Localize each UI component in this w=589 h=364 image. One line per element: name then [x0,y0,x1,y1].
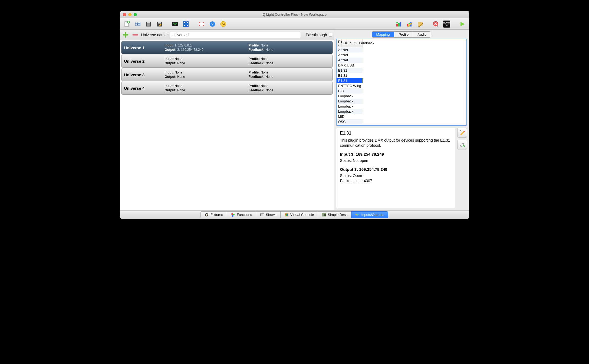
operate-mode-button[interactable] [458,20,467,28]
tab-functions[interactable]: Functions [227,211,256,218]
svg-rect-52 [324,214,325,216]
svg-rect-27 [400,22,401,26]
universe-profile: Profile: None [249,57,333,61]
configure-plugin-button[interactable] [457,128,467,138]
cell-plugin: Loopback [337,104,362,109]
plugin-row[interactable]: DMX USBNone [337,63,363,68]
dump-dmx-button[interactable] [394,20,403,28]
add-universe-button[interactable] [122,32,129,38]
universe-name: Universe 1 [121,41,165,54]
cell-device: 1: Loopback 1 [362,93,363,99]
open-file-button[interactable] [133,20,142,28]
svg-point-22 [221,21,226,27]
plugin-row[interactable]: E1.313: 169.254.78.249 [337,78,363,83]
col-plugin[interactable]: Plugin▲ [337,39,342,47]
plugin-table[interactable]: Plugin▲ Device Input Output Feedback Art… [336,39,467,126]
new-file-button[interactable] [122,20,131,28]
universe-name-input[interactable] [170,32,301,38]
col-output[interactable]: Output [352,39,357,47]
tab-audio[interactable]: Audio [413,32,431,37]
main-toolbar: ON ? BLACKOUT [120,18,469,30]
universe-row[interactable]: Universe 2Input: NoneOutput: NoneProfile… [121,55,333,68]
plugin-row[interactable]: ArtNet2: 10.253.212.49 [337,52,363,58]
plugin-row[interactable]: ArtNet1: 127.0.0.1 [337,47,363,52]
universe-row[interactable]: Universe 4Input: NoneOutput: NoneProfile… [121,82,333,95]
passthrough-checkbox[interactable] [329,33,332,36]
svg-point-16 [199,22,200,23]
svg-text:BLACK: BLACK [443,22,450,24]
svg-point-39 [206,214,208,216]
sort-asc-icon: ▲ [337,44,340,46]
svg-rect-33 [443,21,450,28]
plugin-row[interactable]: ENTTEC WingNone [337,83,363,88]
plugin-row[interactable]: Loopback3: Loopback 3 [337,104,363,109]
universe-feedback: Feedback: None [249,61,333,65]
universe-profile: Profile: None [249,44,333,47]
cell-plugin: Loopback [337,93,362,99]
address-tool-button[interactable]: ON [181,20,190,28]
universe-profile: Profile: None [249,84,333,88]
remove-universe-button[interactable] [131,32,139,38]
col-device[interactable]: Device [342,39,347,47]
svg-point-19 [203,25,204,26]
plugin-row[interactable]: E1.311: 127.0.0.1 [337,68,363,73]
svg-rect-13 [187,25,188,26]
col-feedback[interactable]: Feedback [357,39,362,47]
svg-rect-36 [460,130,462,132]
io-panel: Mapping Profile Audio Plugin▲ Device Inp… [334,30,469,210]
help-button[interactable]: ? [208,20,217,28]
tab-inputs-outputs[interactable]: Inputs/Outputs [351,211,388,218]
universe-input: Input: None [165,84,249,88]
plugin-row[interactable]: OSC1: 127.0.0.1 [337,119,363,124]
tab-fixtures[interactable]: Fixtures [200,211,227,218]
svg-rect-46 [285,214,286,215]
svg-text:?: ? [211,22,213,26]
universe-row[interactable]: Universe 1Input: 1: 127.0.0.1Output: 3: … [121,41,333,54]
tab-virtual-console[interactable]: Virtual Console [280,211,318,218]
cell-plugin: OSC [337,119,362,124]
monitor-button[interactable] [170,20,180,28]
cell-device: 2: Loopback 2 [362,99,363,104]
tab-shows[interactable]: Shows [256,211,281,218]
tab-simple-desk[interactable]: Simple Desk [318,211,352,218]
plugin-row[interactable]: Loopback2: Loopback 2 [337,99,363,104]
universe-input: Input: 1: 127.0.0.1 [165,44,249,47]
plugin-row[interactable]: HIDNone [337,88,363,93]
cell-plugin: HID [337,88,362,93]
universe-row[interactable]: Universe 3Input: NoneOutput: NoneProfile… [121,68,333,81]
plugin-row[interactable]: MIDINone [337,114,363,119]
cell-device: 3: 169.254.78.249 [362,58,363,63]
save-file-button[interactable] [144,20,153,28]
universe-feedback: Feedback: None [249,48,333,52]
cell-plugin: ArtNet [337,52,362,58]
tab-mapping[interactable]: Mapping [372,32,394,37]
cell-device: 2: 10.253.212.49 [362,52,363,58]
cell-plugin: ENTTEC Wing [337,83,362,88]
plugin-row[interactable]: Loopback1: Loopback 1 [337,93,363,99]
svg-rect-12 [184,25,185,26]
reconnect-plugin-button[interactable] [457,140,467,149]
cell-plugin: E1.31 [337,68,362,73]
live-edit-vc-button[interactable] [416,20,425,28]
cell-plugin: E1.31 [337,73,362,78]
universes-panel: Universe name: Passthrough Universe 1Inp… [120,30,334,210]
universe-feedback: Feedback: None [249,75,333,79]
svg-rect-11 [187,22,188,23]
about-button[interactable] [219,20,228,28]
live-edit-button[interactable] [405,20,414,28]
blackout-button[interactable]: BLACKOUT [442,20,451,28]
universe-list[interactable]: Universe 1Input: 1: 127.0.0.1Output: 3: … [120,40,334,210]
plugin-row[interactable]: E1.312: 10.253.212.49 [337,73,363,78]
save-as-button[interactable] [155,20,164,28]
tab-profile[interactable]: Profile [394,32,413,37]
universe-name-label: Universe name: [141,33,168,37]
plugin-detail: E1.31 This plugin provides DMX output fo… [336,128,455,208]
passthrough-toggle[interactable]: Passthrough [306,33,332,37]
svg-rect-10 [184,22,185,23]
col-input[interactable]: Input [347,39,352,47]
fullscreen-button[interactable] [197,20,206,28]
plugin-row[interactable]: ArtNet3: 169.254.78.249 [337,58,363,63]
detail-input-status: Status: Not open [340,158,451,163]
stop-all-button[interactable] [431,20,440,28]
plugin-row[interactable]: Loopback4: Loopback 4 [337,109,363,114]
